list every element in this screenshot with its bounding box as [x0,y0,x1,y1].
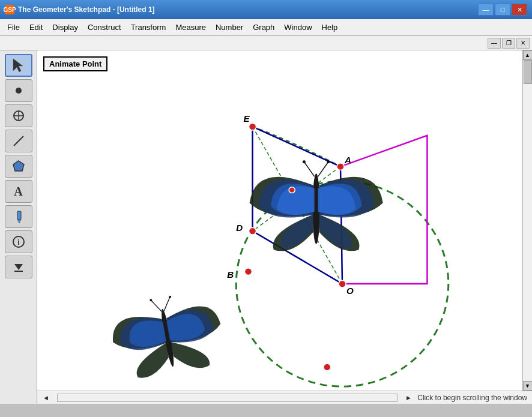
scroll-right-arrow[interactable]: ▶ [405,395,413,401]
svg-point-28 [337,163,344,170]
maximize-button[interactable]: □ [495,4,510,16]
svg-line-24 [162,297,172,311]
svg-point-32 [339,280,346,287]
scroll-thumb[interactable] [524,60,532,84]
text-tool[interactable]: A [5,180,32,203]
svg-point-27 [249,123,256,130]
svg-point-33 [324,364,331,371]
polygon-tool[interactable] [5,155,32,178]
info-tool[interactable]: i [5,230,32,253]
svg-point-20 [303,160,306,163]
svg-rect-7 [17,211,21,220]
svg-point-30 [249,227,256,235]
menu-display[interactable]: Display [47,21,83,34]
hscroll-track[interactable] [58,394,397,401]
animate-point-button[interactable]: Animate Point [43,56,107,71]
select-arrow-tool[interactable] [5,54,32,77]
status-message: Click to begin scrolling the window [417,394,527,402]
inner-restore[interactable]: ❐ [502,38,515,49]
svg-line-18 [304,162,314,176]
scroll-down-arrow[interactable]: ▼ [523,381,533,391]
more-tools[interactable] [5,256,32,278]
canvas-area[interactable]: Animate Point [37,50,522,391]
svg-text:i: i [17,238,20,247]
point-tool[interactable] [5,79,32,102]
title-bar-left: GSP The Geometer's Sketchpad - [Untitled… [5,5,155,14]
menu-measure[interactable]: Measure [171,21,211,34]
svg-line-23 [151,299,162,313]
svg-line-5 [14,136,23,146]
title-text: The Geometer's Sketchpad - [Untitled 1] [18,5,155,14]
main-area: A i Animate Point [0,50,532,404]
menu-number[interactable]: Number [211,21,248,34]
minimize-button[interactable]: — [478,4,494,16]
title-bar: GSP The Geometer's Sketchpad - [Untitled… [0,0,532,19]
app-icon: GSP [5,5,14,14]
svg-text:B: B [227,271,234,280]
svg-point-21 [327,160,330,163]
scroll-left-arrow[interactable]: ◀ [42,395,50,401]
svg-point-31 [244,268,252,275]
svg-line-19 [318,162,328,176]
svg-text:O: O [346,286,354,296]
menu-window[interactable]: Window [279,21,316,34]
marker-tool[interactable] [5,205,32,228]
compass-tool[interactable] [5,104,32,127]
svg-point-26 [169,296,172,299]
status-bar: ◀ ▶ Click to begin scrolling the window [37,391,532,404]
menu-bar: File Edit Display Construct Transform Me… [0,19,532,36]
line-tool[interactable] [5,130,32,152]
svg-marker-6 [13,161,24,171]
inner-window-controls: — ❐ ✕ [0,36,532,50]
svg-marker-8 [17,220,21,223]
menu-edit[interactable]: Edit [25,21,47,34]
menu-construct[interactable]: Construct [83,21,126,34]
horizontal-scrollbar[interactable] [57,394,397,402]
menu-graph[interactable]: Graph [248,21,279,34]
svg-marker-0 [13,59,23,72]
svg-point-1 [16,88,22,94]
inner-minimize[interactable]: — [488,38,501,49]
menu-file[interactable]: File [2,21,25,34]
close-button[interactable]: ✕ [512,4,527,16]
svg-marker-11 [14,264,23,270]
toolbar: A i [0,50,37,404]
scroll-up-arrow[interactable]: ▲ [523,50,533,60]
title-controls: — □ ✕ [478,4,527,16]
svg-point-29 [289,187,295,193]
menu-help[interactable]: Help [317,21,343,34]
svg-text:A: A [344,155,351,165]
menu-transform[interactable]: Transform [126,21,171,34]
svg-text:E: E [243,114,250,124]
svg-text:D: D [236,223,243,233]
inner-close[interactable]: ✕ [516,38,530,49]
vertical-scrollbar[interactable]: ▲ ▼ [522,50,532,391]
scroll-track[interactable] [523,60,532,381]
geometry-canvas: E A D B O [37,50,522,391]
